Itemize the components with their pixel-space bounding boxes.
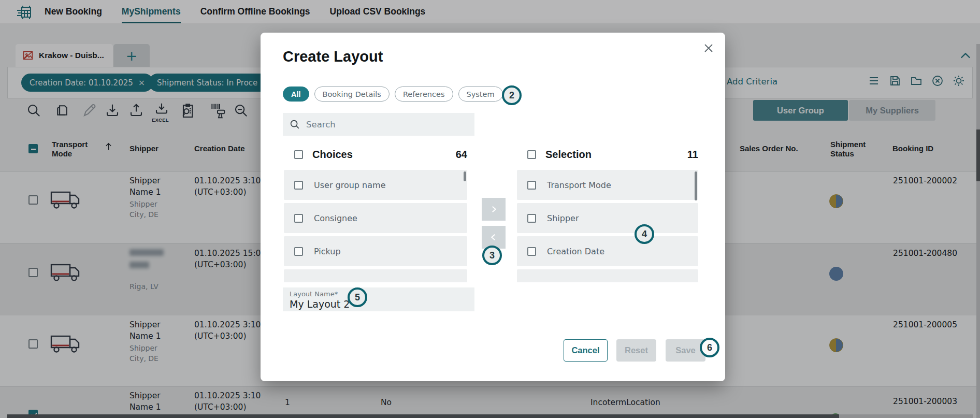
selection-item[interactable]: Creation Date — [517, 236, 698, 266]
choices-title: Choices — [312, 149, 353, 161]
search-input[interactable] — [306, 120, 462, 129]
pill-system[interactable]: System — [458, 87, 503, 102]
item-label: User group name — [314, 180, 385, 190]
item-checkbox[interactable] — [527, 214, 536, 223]
close-icon[interactable] — [702, 42, 715, 54]
layout-name-field[interactable]: Layout Name* My Layout 2 — [283, 287, 474, 311]
item-label: Transport Mode — [547, 180, 611, 190]
item-label: Creation Date — [547, 247, 604, 256]
layout-name-label: Layout Name* — [290, 290, 474, 298]
choices-item[interactable]: Pickup — [284, 236, 467, 266]
search-icon — [289, 119, 300, 130]
annotation-badge-4: 4 — [635, 224, 654, 244]
item-label: Pickup — [314, 247, 341, 256]
selection-header: Selection 11 — [517, 148, 698, 161]
item-label: Consignee — [314, 213, 357, 223]
selection-count: 11 — [687, 149, 698, 161]
annotation-badge-2: 2 — [502, 85, 522, 105]
save-button[interactable]: Save — [666, 339, 705, 362]
item-checkbox[interactable] — [294, 181, 303, 190]
move-right-button[interactable] — [482, 198, 506, 221]
item-label: Shipper — [547, 213, 579, 223]
choices-count: 64 — [456, 149, 467, 161]
annotation-badge-3: 3 — [482, 246, 502, 265]
selection-title: Selection — [545, 149, 592, 161]
modal-footer: Cancel Reset Save — [261, 339, 725, 362]
choices-item[interactable]: Consignee — [284, 203, 467, 233]
choices-item-partial[interactable] — [284, 269, 467, 282]
item-checkbox[interactable] — [294, 214, 303, 223]
layout-name-value: My Layout 2 — [290, 298, 474, 310]
selection-list: Transport Mode Shipper Creation Date — [517, 170, 698, 282]
app-screen: New Booking MyShipments Confirm Offline … — [0, 0, 980, 418]
modal-title: Create Layout — [283, 48, 383, 65]
pill-all[interactable]: All — [283, 87, 309, 102]
item-checkbox[interactable] — [527, 181, 536, 190]
pill-booking-details[interactable]: Booking Details — [314, 87, 390, 102]
choices-scrollbar-thumb[interactable] — [464, 171, 466, 181]
item-checkbox[interactable] — [294, 247, 303, 256]
choices-select-all-checkbox[interactable] — [294, 150, 303, 159]
choices-list: User group name Consignee Pickup — [284, 170, 467, 282]
reset-button[interactable]: Reset — [616, 339, 656, 362]
selection-item[interactable]: Transport Mode — [517, 170, 698, 200]
item-checkbox[interactable] — [527, 247, 536, 256]
category-pills: All Booking Details References System — [283, 87, 503, 102]
cancel-button[interactable]: Cancel — [564, 339, 608, 362]
modal-search-field[interactable] — [283, 113, 474, 136]
choices-header: Choices 64 — [284, 148, 467, 161]
pill-references[interactable]: References — [395, 87, 453, 102]
selection-select-all-checkbox[interactable] — [527, 150, 536, 159]
annotation-badge-5: 5 — [348, 287, 367, 307]
choices-item[interactable]: User group name — [284, 170, 467, 200]
selection-item-partial[interactable] — [517, 269, 698, 282]
selection-item[interactable]: Shipper — [517, 203, 698, 233]
selection-scrollbar-thumb[interactable] — [695, 171, 697, 200]
annotation-badge-6: 6 — [700, 338, 719, 357]
create-layout-modal: Create Layout All Booking Details Refere… — [261, 33, 725, 381]
